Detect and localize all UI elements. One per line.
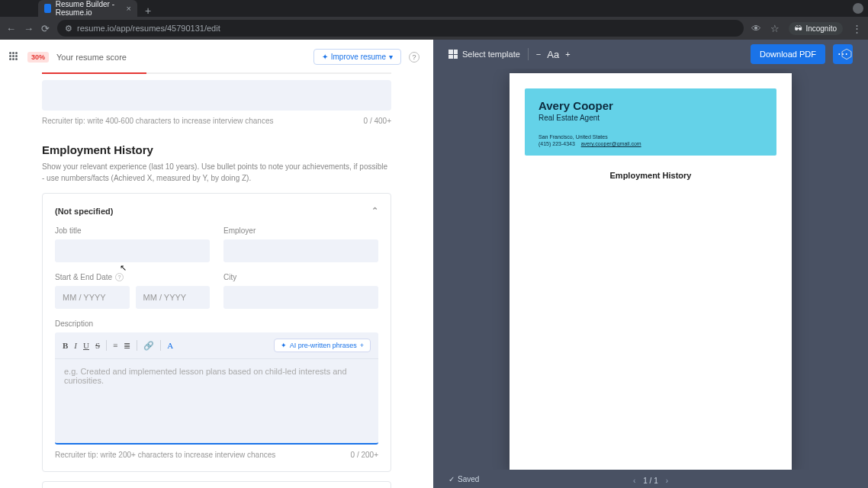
score-label: Your resume score: [56, 53, 127, 62]
end-date-input[interactable]: [136, 286, 211, 309]
close-icon[interactable]: ×: [127, 4, 131, 13]
resume-job-title: Real Estate Agent: [538, 114, 763, 122]
new-tab-button[interactable]: +: [137, 5, 159, 17]
reload-icon[interactable]: ⟳: [41, 23, 50, 34]
site-info-icon[interactable]: ⚙: [65, 24, 72, 34]
improve-resume-button[interactable]: ✦ Improve resume ▾: [313, 49, 401, 65]
forward-icon[interactable]: →: [24, 23, 34, 34]
window-menu[interactable]: [853, 3, 863, 14]
incognito-icon: 🕶: [795, 24, 802, 33]
eye-off-icon[interactable]: 👁: [751, 23, 761, 34]
description-textarea[interactable]: e.g. Created and implemented lesson plan…: [55, 359, 378, 443]
check-icon: ✓: [448, 475, 455, 483]
resume-email: avery.cooper@gmail.com: [581, 141, 641, 146]
app-menu-icon[interactable]: [9, 52, 20, 63]
resume-location: San Francisco, United States: [538, 134, 763, 140]
city-label: City: [223, 273, 378, 281]
chevron-down-icon: ▾: [389, 53, 393, 61]
ordered-list-button[interactable]: ≡: [113, 341, 117, 350]
next-page-button[interactable]: ›: [666, 477, 668, 485]
browser-menu-icon[interactable]: ⋮: [852, 23, 862, 34]
cursor-icon: ↖: [120, 263, 127, 273]
tab-favicon: [44, 4, 51, 13]
browser-tab[interactable]: Resume Builder - Resume.io ×: [38, 0, 137, 17]
tab-title: Resume Builder - Resume.io: [56, 0, 127, 17]
job-title-input[interactable]: [55, 239, 210, 262]
score-badge: 30%: [27, 52, 49, 63]
resume-name: Avery Cooper: [538, 99, 763, 112]
grid-icon: [448, 50, 458, 59]
download-pdf-button[interactable]: Download PDF: [751, 44, 825, 64]
link-button[interactable]: 🔗: [143, 341, 154, 351]
chevron-up-icon[interactable]: ⌃: [371, 206, 378, 216]
help-icon[interactable]: ?: [115, 273, 124, 281]
sparkle-icon: ✦: [322, 53, 328, 61]
employment-card-collapsed[interactable]: (Not specified) ⌄: [42, 481, 391, 488]
job-title-label: Job title: [55, 226, 210, 235]
page-indicator: 1 / 1: [643, 477, 657, 485]
underline-button[interactable]: U: [83, 341, 89, 350]
score-progress: [42, 72, 391, 74]
tip-text: Recruiter tip: write 200+ characters to …: [55, 451, 275, 459]
summary-textarea[interactable]: [42, 80, 391, 111]
help-icon[interactable]: ?: [409, 52, 420, 63]
settings-icon[interactable]: [841, 48, 853, 60]
font-size-icon: Aa: [547, 49, 559, 60]
unordered-list-button[interactable]: ≣: [124, 341, 130, 351]
employer-label: Employer: [223, 226, 378, 235]
url-bar[interactable]: ⚙ resume.io/app/resumes/45790131/edit: [57, 20, 744, 37]
city-input[interactable]: [223, 286, 378, 309]
sparkle-icon: ✦: [281, 342, 287, 349]
prev-page-button[interactable]: ‹: [633, 477, 635, 485]
italic-button[interactable]: I: [74, 341, 77, 350]
resume-preview: Avery Cooper Real Estate Agent San Franc…: [510, 73, 792, 470]
dates-label: Start & End Date: [55, 273, 112, 281]
section-desc: Show your relevant experience (last 10 y…: [42, 161, 391, 184]
bold-button[interactable]: B: [63, 341, 68, 350]
resume-phone: (415) 223-4343: [538, 141, 575, 146]
svg-marker-0: [842, 49, 851, 59]
ai-phrases-button[interactable]: ✦ AI pre-written phrases +: [274, 339, 371, 352]
back-icon[interactable]: ←: [6, 23, 16, 34]
select-template-button[interactable]: Select template: [448, 50, 520, 59]
description-label: Description: [55, 319, 378, 328]
tip-text: Recruiter tip: write 400-600 characters …: [42, 117, 273, 125]
font-decrease-button[interactable]: −: [536, 50, 541, 59]
incognito-badge: 🕶 Incognito: [789, 22, 843, 35]
strike-button[interactable]: S: [95, 341, 100, 350]
font-increase-button[interactable]: +: [565, 50, 570, 59]
url-text: resume.io/app/resumes/45790131/edit: [77, 24, 220, 33]
browser-tabstrip: Resume Builder - Resume.io × +: [0, 0, 868, 17]
saved-indicator: ✓ Saved: [448, 475, 479, 483]
description-editor: B I U S ≡ ≣ 🔗 A ✦: [55, 332, 378, 445]
text-color-button[interactable]: A: [167, 341, 173, 350]
card-title: (Not specified): [55, 207, 113, 216]
star-icon[interactable]: ☆: [770, 23, 780, 34]
preview-panel: Select template − Aa + Download PDF ⋯ Av…: [433, 40, 868, 488]
browser-toolbar: ← → ⟳ ⚙ resume.io/app/resumes/45790131/e…: [0, 17, 868, 40]
resume-section-heading: Employment History: [532, 171, 769, 180]
employer-input[interactable]: [223, 239, 378, 262]
start-date-input[interactable]: [55, 286, 130, 309]
section-heading: Employment History: [42, 143, 391, 156]
editor-panel: 30% Your resume score ✦ Improve resume ▾…: [0, 40, 433, 488]
employment-card-expanded: (Not specified) ⌃ Job title Employer: [42, 193, 391, 472]
plus-icon: +: [360, 342, 364, 349]
